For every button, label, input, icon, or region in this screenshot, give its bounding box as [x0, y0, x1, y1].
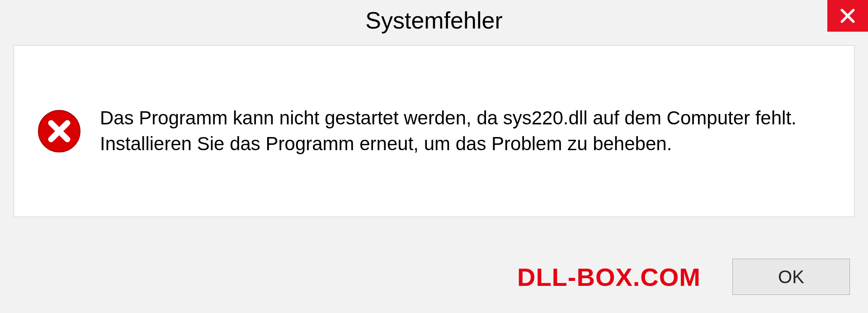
dialog-footer: DLL-BOX.COM OK [0, 241, 868, 313]
ok-button[interactable]: OK [732, 259, 850, 295]
watermark-text: DLL-BOX.COM [517, 262, 701, 292]
dialog-title: Systemfehler [365, 7, 502, 34]
error-icon [37, 109, 82, 154]
message-panel: Das Programm kann nicht gestartet werden… [14, 45, 854, 217]
error-message: Das Programm kann nicht gestartet werden… [100, 105, 831, 156]
close-button[interactable] [827, 0, 868, 32]
close-icon [839, 7, 856, 24]
system-error-dialog: Systemfehler Das Programm kann nicht ges… [0, 0, 868, 313]
titlebar: Systemfehler [0, 0, 868, 41]
